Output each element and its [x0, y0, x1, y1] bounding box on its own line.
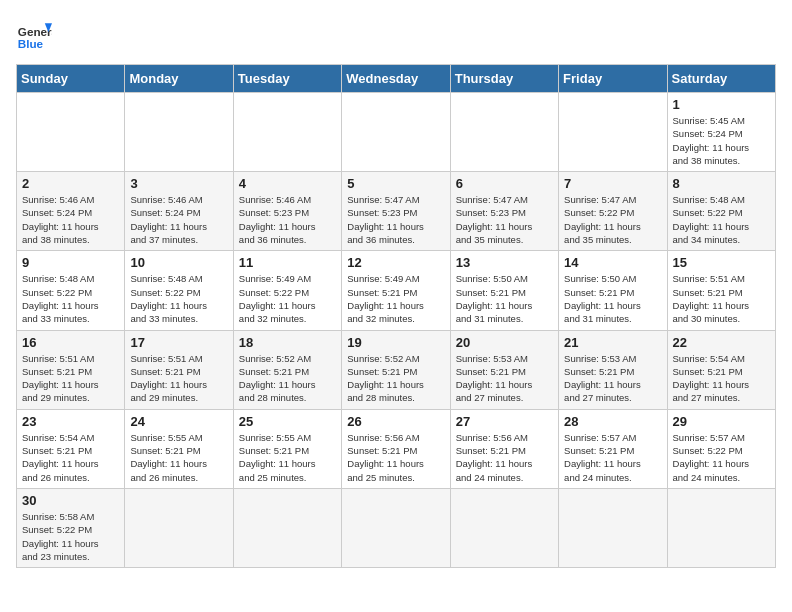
calendar-cell-w3-d2: 10Sunrise: 5:48 AM Sunset: 5:22 PM Dayli…: [125, 251, 233, 330]
day-info: Sunrise: 5:50 AM Sunset: 5:21 PM Dayligh…: [456, 272, 553, 325]
day-info: Sunrise: 5:56 AM Sunset: 5:21 PM Dayligh…: [456, 431, 553, 484]
calendar-week-2: 2Sunrise: 5:46 AM Sunset: 5:24 PM Daylig…: [17, 172, 776, 251]
day-info: Sunrise: 5:49 AM Sunset: 5:21 PM Dayligh…: [347, 272, 444, 325]
day-number: 4: [239, 176, 336, 191]
calendar-cell-w5-d3: 25Sunrise: 5:55 AM Sunset: 5:21 PM Dayli…: [233, 409, 341, 488]
calendar-week-6: 30Sunrise: 5:58 AM Sunset: 5:22 PM Dayli…: [17, 488, 776, 567]
calendar-cell-w2-d7: 8Sunrise: 5:48 AM Sunset: 5:22 PM Daylig…: [667, 172, 775, 251]
calendar-week-3: 9Sunrise: 5:48 AM Sunset: 5:22 PM Daylig…: [17, 251, 776, 330]
logo-icon: General Blue: [16, 16, 52, 52]
page-header: General Blue: [16, 16, 776, 52]
col-thursday: Thursday: [450, 65, 558, 93]
day-info: Sunrise: 5:45 AM Sunset: 5:24 PM Dayligh…: [673, 114, 770, 167]
calendar-cell-w6-d6: [559, 488, 667, 567]
col-sunday: Sunday: [17, 65, 125, 93]
calendar-cell-w3-d1: 9Sunrise: 5:48 AM Sunset: 5:22 PM Daylig…: [17, 251, 125, 330]
day-info: Sunrise: 5:48 AM Sunset: 5:22 PM Dayligh…: [673, 193, 770, 246]
day-info: Sunrise: 5:51 AM Sunset: 5:21 PM Dayligh…: [130, 352, 227, 405]
day-info: Sunrise: 5:57 AM Sunset: 5:21 PM Dayligh…: [564, 431, 661, 484]
calendar-cell-w6-d3: [233, 488, 341, 567]
day-info: Sunrise: 5:48 AM Sunset: 5:22 PM Dayligh…: [130, 272, 227, 325]
day-info: Sunrise: 5:52 AM Sunset: 5:21 PM Dayligh…: [347, 352, 444, 405]
day-info: Sunrise: 5:47 AM Sunset: 5:23 PM Dayligh…: [347, 193, 444, 246]
calendar-cell-w4-d5: 20Sunrise: 5:53 AM Sunset: 5:21 PM Dayli…: [450, 330, 558, 409]
day-number: 2: [22, 176, 119, 191]
day-number: 7: [564, 176, 661, 191]
calendar-cell-w5-d2: 24Sunrise: 5:55 AM Sunset: 5:21 PM Dayli…: [125, 409, 233, 488]
col-monday: Monday: [125, 65, 233, 93]
day-number: 25: [239, 414, 336, 429]
calendar-cell-w5-d5: 27Sunrise: 5:56 AM Sunset: 5:21 PM Dayli…: [450, 409, 558, 488]
calendar-cell-w5-d7: 29Sunrise: 5:57 AM Sunset: 5:22 PM Dayli…: [667, 409, 775, 488]
calendar-cell-w1-d4: [342, 93, 450, 172]
day-number: 21: [564, 335, 661, 350]
calendar-cell-w3-d7: 15Sunrise: 5:51 AM Sunset: 5:21 PM Dayli…: [667, 251, 775, 330]
day-number: 17: [130, 335, 227, 350]
day-number: 9: [22, 255, 119, 270]
day-number: 13: [456, 255, 553, 270]
svg-text:Blue: Blue: [18, 37, 44, 50]
calendar-week-1: 1Sunrise: 5:45 AM Sunset: 5:24 PM Daylig…: [17, 93, 776, 172]
calendar-cell-w1-d1: [17, 93, 125, 172]
calendar-cell-w6-d4: [342, 488, 450, 567]
day-number: 3: [130, 176, 227, 191]
col-saturday: Saturday: [667, 65, 775, 93]
calendar-cell-w2-d6: 7Sunrise: 5:47 AM Sunset: 5:22 PM Daylig…: [559, 172, 667, 251]
logo: General Blue: [16, 16, 52, 52]
day-number: 15: [673, 255, 770, 270]
col-tuesday: Tuesday: [233, 65, 341, 93]
day-number: 30: [22, 493, 119, 508]
col-friday: Friday: [559, 65, 667, 93]
day-number: 14: [564, 255, 661, 270]
day-info: Sunrise: 5:46 AM Sunset: 5:24 PM Dayligh…: [22, 193, 119, 246]
calendar-cell-w1-d6: [559, 93, 667, 172]
calendar-week-5: 23Sunrise: 5:54 AM Sunset: 5:21 PM Dayli…: [17, 409, 776, 488]
day-info: Sunrise: 5:58 AM Sunset: 5:22 PM Dayligh…: [22, 510, 119, 563]
calendar-table: Sunday Monday Tuesday Wednesday Thursday…: [16, 64, 776, 568]
calendar-cell-w6-d7: [667, 488, 775, 567]
calendar-cell-w4-d6: 21Sunrise: 5:53 AM Sunset: 5:21 PM Dayli…: [559, 330, 667, 409]
day-number: 10: [130, 255, 227, 270]
day-number: 22: [673, 335, 770, 350]
day-number: 23: [22, 414, 119, 429]
day-number: 11: [239, 255, 336, 270]
calendar-cell-w5-d6: 28Sunrise: 5:57 AM Sunset: 5:21 PM Dayli…: [559, 409, 667, 488]
day-info: Sunrise: 5:46 AM Sunset: 5:23 PM Dayligh…: [239, 193, 336, 246]
calendar-cell-w1-d2: [125, 93, 233, 172]
calendar-cell-w3-d3: 11Sunrise: 5:49 AM Sunset: 5:22 PM Dayli…: [233, 251, 341, 330]
day-info: Sunrise: 5:47 AM Sunset: 5:22 PM Dayligh…: [564, 193, 661, 246]
day-number: 6: [456, 176, 553, 191]
day-info: Sunrise: 5:48 AM Sunset: 5:22 PM Dayligh…: [22, 272, 119, 325]
day-info: Sunrise: 5:53 AM Sunset: 5:21 PM Dayligh…: [456, 352, 553, 405]
day-info: Sunrise: 5:49 AM Sunset: 5:22 PM Dayligh…: [239, 272, 336, 325]
day-number: 5: [347, 176, 444, 191]
calendar-cell-w6-d2: [125, 488, 233, 567]
calendar-cell-w3-d6: 14Sunrise: 5:50 AM Sunset: 5:21 PM Dayli…: [559, 251, 667, 330]
day-number: 28: [564, 414, 661, 429]
day-number: 8: [673, 176, 770, 191]
day-number: 27: [456, 414, 553, 429]
calendar-cell-w5-d1: 23Sunrise: 5:54 AM Sunset: 5:21 PM Dayli…: [17, 409, 125, 488]
calendar-cell-w2-d4: 5Sunrise: 5:47 AM Sunset: 5:23 PM Daylig…: [342, 172, 450, 251]
calendar-header-row: Sunday Monday Tuesday Wednesday Thursday…: [17, 65, 776, 93]
day-number: 26: [347, 414, 444, 429]
calendar-cell-w4-d2: 17Sunrise: 5:51 AM Sunset: 5:21 PM Dayli…: [125, 330, 233, 409]
day-number: 12: [347, 255, 444, 270]
col-wednesday: Wednesday: [342, 65, 450, 93]
calendar-cell-w4-d1: 16Sunrise: 5:51 AM Sunset: 5:21 PM Dayli…: [17, 330, 125, 409]
day-number: 18: [239, 335, 336, 350]
day-info: Sunrise: 5:51 AM Sunset: 5:21 PM Dayligh…: [673, 272, 770, 325]
day-info: Sunrise: 5:55 AM Sunset: 5:21 PM Dayligh…: [239, 431, 336, 484]
calendar-cell-w6-d1: 30Sunrise: 5:58 AM Sunset: 5:22 PM Dayli…: [17, 488, 125, 567]
day-number: 20: [456, 335, 553, 350]
day-info: Sunrise: 5:55 AM Sunset: 5:21 PM Dayligh…: [130, 431, 227, 484]
calendar-cell-w2-d3: 4Sunrise: 5:46 AM Sunset: 5:23 PM Daylig…: [233, 172, 341, 251]
calendar-cell-w3-d4: 12Sunrise: 5:49 AM Sunset: 5:21 PM Dayli…: [342, 251, 450, 330]
calendar-cell-w4-d3: 18Sunrise: 5:52 AM Sunset: 5:21 PM Dayli…: [233, 330, 341, 409]
day-info: Sunrise: 5:53 AM Sunset: 5:21 PM Dayligh…: [564, 352, 661, 405]
day-info: Sunrise: 5:54 AM Sunset: 5:21 PM Dayligh…: [673, 352, 770, 405]
calendar-cell-w2-d1: 2Sunrise: 5:46 AM Sunset: 5:24 PM Daylig…: [17, 172, 125, 251]
day-info: Sunrise: 5:56 AM Sunset: 5:21 PM Dayligh…: [347, 431, 444, 484]
calendar-cell-w5-d4: 26Sunrise: 5:56 AM Sunset: 5:21 PM Dayli…: [342, 409, 450, 488]
day-info: Sunrise: 5:52 AM Sunset: 5:21 PM Dayligh…: [239, 352, 336, 405]
